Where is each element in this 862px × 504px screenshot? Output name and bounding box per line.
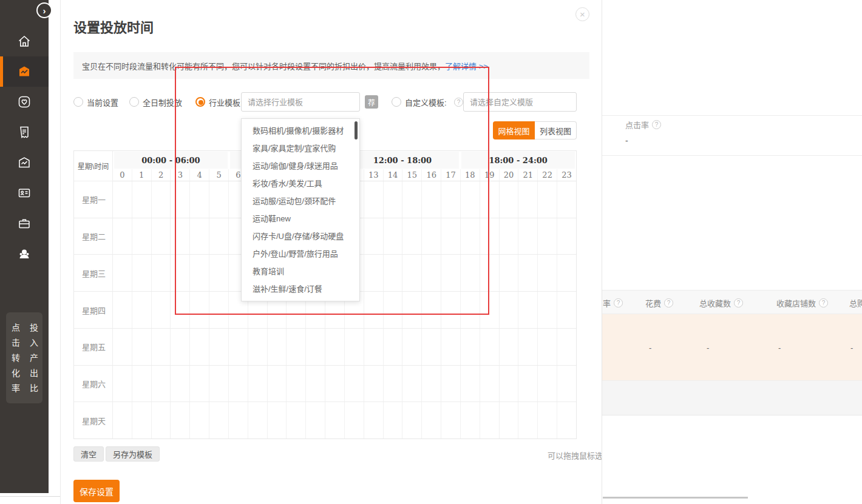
schedule-cell[interactable] [209, 181, 229, 218]
schedule-cell[interactable] [441, 292, 461, 328]
mode-radio-custom-template[interactable]: 自定义模板: [392, 92, 447, 112]
custom-template-help-icon[interactable]: ? [454, 98, 463, 107]
schedule-cell[interactable] [190, 292, 209, 328]
schedule-cell[interactable] [325, 402, 345, 438]
schedule-cell[interactable] [306, 329, 325, 365]
schedule-cell[interactable] [518, 181, 538, 218]
schedule-cell[interactable] [229, 366, 248, 402]
schedule-cell[interactable] [422, 218, 441, 255]
schedule-cell[interactable] [538, 292, 557, 328]
schedule-cell[interactable] [209, 255, 229, 291]
sidebar-expand-button[interactable]: › [36, 2, 52, 18]
schedule-cell[interactable] [461, 292, 480, 328]
schedule-cell[interactable] [364, 366, 384, 402]
dropdown-item[interactable]: 闪存卡/U盘/存储/移动硬盘 [242, 227, 359, 245]
schedule-cell[interactable] [132, 366, 152, 402]
schedule-cell[interactable] [345, 402, 364, 438]
schedule-cell[interactable] [518, 366, 538, 402]
list-view-button[interactable]: 列表视图 [535, 121, 577, 139]
industry-template-input[interactable] [241, 92, 360, 112]
schedule-cell[interactable] [461, 366, 480, 402]
dropdown-item[interactable]: 户外/登山/野营/旅行用品 [242, 245, 359, 263]
dropdown-item[interactable]: 滋补/生鲜/速食/订餐 [242, 280, 359, 298]
nav-item-reports[interactable] [0, 117, 49, 147]
schedule-cell[interactable] [132, 292, 152, 328]
dropdown-item[interactable]: 运动服/运动包/颈环配件 [242, 192, 359, 210]
schedule-cell[interactable] [209, 218, 229, 255]
nav-item-profile[interactable] [0, 238, 49, 269]
schedule-cell[interactable] [132, 255, 152, 291]
schedule-cell[interactable] [518, 329, 538, 365]
schedule-cell[interactable] [538, 218, 557, 255]
schedule-cell[interactable] [209, 402, 229, 438]
schedule-cell[interactable] [480, 292, 500, 328]
schedule-cell[interactable] [132, 402, 152, 438]
dropdown-item[interactable]: 运动鞋new [242, 210, 359, 227]
schedule-cell[interactable] [480, 255, 500, 291]
schedule-cell[interactable] [441, 181, 461, 218]
mode-radio-all-day[interactable]: 全日制投放 [129, 92, 182, 112]
nav-item-tools[interactable] [0, 208, 49, 238]
schedule-cell[interactable] [500, 292, 519, 328]
schedule-cell[interactable] [422, 366, 441, 402]
schedule-cell[interactable] [152, 366, 171, 402]
nav-item-store[interactable] [0, 147, 49, 178]
horizontal-scrollbar[interactable] [603, 497, 748, 499]
nav-item-campaign[interactable] [0, 56, 49, 87]
schedule-cell[interactable] [325, 366, 345, 402]
dropdown-item-partial[interactable]: 玩具/童车/益智/积木 [242, 298, 359, 301]
grid-view-button[interactable]: 网格视图 [493, 121, 535, 139]
schedule-cell[interactable] [384, 255, 403, 291]
dropdown-item[interactable]: 教育培训 [242, 263, 359, 280]
mode-radio-industry-template[interactable]: 行业模板: [195, 92, 243, 112]
schedule-cell[interactable] [209, 366, 229, 402]
clear-button[interactable]: 清空 [73, 446, 104, 462]
dropdown-scrollbar-thumb[interactable] [355, 121, 358, 139]
schedule-cell[interactable] [480, 329, 500, 365]
schedule-cell[interactable] [557, 255, 576, 291]
schedule-cell[interactable] [422, 402, 441, 438]
schedule-cell[interactable] [500, 366, 519, 402]
schedule-cell[interactable] [402, 181, 422, 218]
schedule-cell[interactable] [480, 402, 500, 438]
schedule-cell[interactable] [364, 329, 384, 365]
schedule-cell[interactable] [171, 292, 190, 328]
schedule-cell[interactable] [518, 255, 538, 291]
schedule-cell[interactable] [113, 292, 132, 328]
schedule-cell[interactable] [152, 218, 171, 255]
schedule-cell[interactable] [113, 402, 132, 438]
schedule-cell[interactable] [152, 402, 171, 438]
schedule-cell[interactable] [384, 402, 403, 438]
schedule-cell[interactable] [364, 292, 384, 328]
schedule-cell[interactable] [113, 255, 132, 291]
schedule-cell[interactable] [345, 329, 364, 365]
schedule-cell[interactable] [538, 181, 557, 218]
schedule-cell[interactable] [152, 292, 171, 328]
schedule-cell[interactable] [384, 218, 403, 255]
schedule-cell[interactable] [229, 329, 248, 365]
schedule-cell[interactable] [171, 181, 190, 218]
schedule-cell[interactable] [402, 255, 422, 291]
schedule-cell[interactable] [402, 366, 422, 402]
schedule-cell[interactable] [518, 218, 538, 255]
schedule-cell[interactable] [132, 218, 152, 255]
schedule-cell[interactable] [248, 402, 268, 438]
schedule-cell[interactable] [171, 255, 190, 291]
schedule-cell[interactable] [441, 402, 461, 438]
schedule-cell[interactable] [132, 329, 152, 365]
schedule-cell[interactable] [557, 218, 576, 255]
schedule-cell[interactable] [113, 329, 132, 365]
schedule-cell[interactable] [402, 292, 422, 328]
save-as-template-button[interactable]: 另存为模板 [106, 446, 160, 462]
schedule-cell[interactable] [384, 366, 403, 402]
schedule-cell[interactable] [461, 329, 480, 365]
schedule-cell[interactable] [461, 181, 480, 218]
schedule-cell[interactable] [402, 218, 422, 255]
schedule-cell[interactable] [384, 292, 403, 328]
schedule-cell[interactable] [441, 218, 461, 255]
schedule-cell[interactable] [190, 255, 209, 291]
schedule-cell[interactable] [441, 366, 461, 402]
schedule-cell[interactable] [190, 329, 209, 365]
schedule-cell[interactable] [480, 181, 500, 218]
schedule-cell[interactable] [461, 402, 480, 438]
